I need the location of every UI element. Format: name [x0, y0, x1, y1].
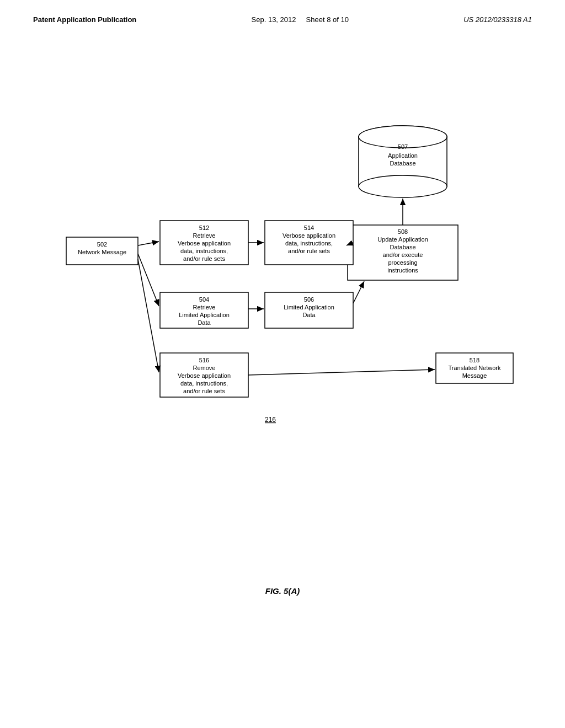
node-507-label2: Database	[390, 160, 415, 167]
node-516-id: 516	[199, 357, 209, 363]
node-508-label2: Database	[390, 244, 415, 250]
header-patent-number: US 2012/0233318 A1	[463, 15, 532, 24]
node-516-label2: Verbose application	[178, 372, 231, 379]
header-date: Sep. 13, 2012	[252, 15, 296, 24]
node-514-id: 514	[304, 224, 314, 231]
node-506-label2: Data	[302, 312, 316, 318]
node-512-label3: data, instructions,	[180, 248, 228, 254]
svg-line-9	[138, 259, 159, 372]
svg-line-8	[138, 254, 159, 306]
node-504-label2: Limited Application	[179, 312, 230, 318]
svg-line-14	[248, 370, 435, 375]
node-507-label1: Application	[388, 152, 418, 159]
node-506-label1: Limited Application	[284, 304, 334, 311]
node-514-label2: data, instructions,	[285, 240, 333, 247]
node-516-label3: data, instructions,	[180, 380, 228, 387]
svg-line-7	[138, 242, 159, 245]
node-507-id: 507	[398, 143, 408, 150]
diagram-svg: 507 Application Database 508 Update Appl…	[33, 99, 532, 485]
node-512-label1: Retrieve	[193, 232, 216, 239]
node-512-label4: and/or rule sets	[183, 255, 225, 262]
label-216: 216	[265, 416, 276, 424]
node-508-label5: instructions	[387, 267, 418, 274]
node-514-label1: Verbose application	[282, 232, 335, 239]
node-506-id: 506	[304, 296, 314, 303]
node-508-id: 508	[398, 228, 408, 235]
node-512-id: 512	[199, 224, 209, 231]
header-date-sheet: Sep. 13, 2012 Sheet 8 of 10	[252, 15, 349, 24]
node-518-label2: Message	[462, 372, 487, 379]
node-512-label2: Verbose application	[178, 240, 231, 247]
node-518-id: 518	[470, 357, 479, 363]
node-508-label1: Update Application	[377, 236, 428, 243]
node-518-label1: Translated Network	[449, 365, 501, 371]
header-sheet: Sheet 8 of 10	[306, 15, 349, 24]
page-header: Patent Application Publication Sep. 13, …	[0, 0, 565, 24]
node-514-label3: and/or rule sets	[288, 248, 330, 254]
node-508-label4: processing	[388, 259, 417, 266]
node-516-label4: and/or rule sets	[183, 388, 225, 394]
node-504-label3: Data	[198, 319, 211, 326]
header-publication-label: Patent Application Publication	[33, 15, 136, 24]
svg-line-13	[353, 281, 364, 303]
node-504-label1: Retrieve	[193, 304, 216, 311]
node-502-label1: Network Message	[78, 249, 126, 255]
figure-caption: FIG. 5(A)	[265, 586, 300, 596]
node-504-id: 504	[199, 296, 209, 303]
node-516-label1: Remove	[193, 365, 216, 371]
page: Patent Application Publication Sep. 13, …	[0, 0, 565, 728]
svg-point-2	[359, 175, 447, 197]
node-502-id: 502	[97, 241, 107, 248]
node-508-label3: and/or execute	[383, 251, 423, 258]
